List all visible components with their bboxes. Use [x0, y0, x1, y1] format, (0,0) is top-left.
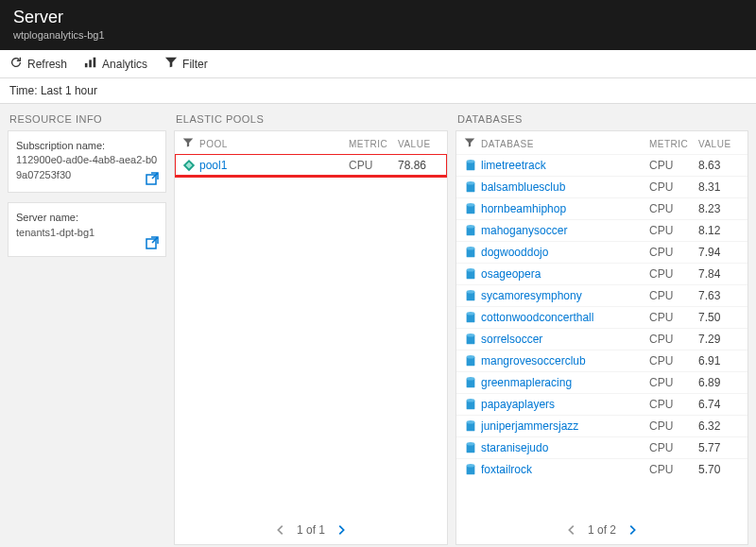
page-title: Server [13, 8, 743, 27]
filter-icon[interactable] [464, 137, 481, 150]
blade-header: Server wtploganalytics-bg1 [0, 0, 756, 50]
page-subtitle: wtploganalytics-bg1 [13, 29, 743, 41]
subscription-label: Subscription name: [16, 139, 158, 153]
database-row[interactable]: mangrovesoccerclubCPU6.91 [456, 350, 747, 371]
chevron-left-icon[interactable] [274, 523, 287, 537]
database-row[interactable]: hornbeamhiphopCPU8.23 [456, 197, 747, 219]
time-range-label: Time: Last 1 hour [9, 84, 97, 97]
main-content: RESOURCE INFO Subscription name: 112900e… [0, 104, 756, 545]
row-name: hornbeamhiphop [481, 202, 649, 215]
row-name: staranisejudo [481, 441, 649, 454]
row-metric: CPU [649, 267, 698, 281]
time-range-bar[interactable]: Time: Last 1 hour [0, 78, 756, 104]
row-metric: CPU [649, 354, 698, 368]
row-metric: CPU [649, 463, 698, 476]
row-value: 6.74 [698, 398, 740, 411]
database-icon [464, 159, 481, 172]
popout-icon[interactable] [145, 235, 160, 250]
database-row[interactable]: papayaplayersCPU6.74 [456, 393, 747, 415]
svg-point-12 [467, 203, 475, 207]
database-row[interactable]: dogwooddojoCPU7.94 [456, 241, 747, 263]
row-metric: CPU [649, 333, 698, 346]
database-icon [464, 311, 481, 324]
database-row[interactable]: foxtailrockCPU5.70 [456, 458, 747, 480]
database-icon [464, 419, 481, 433]
resource-info-title: RESOURCE INFO [9, 113, 166, 125]
popout-icon[interactable] [145, 171, 160, 186]
database-row[interactable]: balsambluesclubCPU8.31 [456, 176, 747, 197]
svg-point-20 [467, 290, 475, 294]
row-name: sorrelsoccer [481, 333, 649, 346]
databases-header-value[interactable]: VALUE [698, 139, 740, 149]
svg-point-16 [467, 247, 475, 250]
pool-row[interactable]: pool1CPU78.86 [175, 154, 447, 176]
analytics-label: Analytics [102, 58, 147, 71]
refresh-button[interactable]: Refresh [9, 56, 67, 72]
database-row[interactable]: cottonwoodconcerthallCPU7.50 [456, 306, 747, 328]
row-value: 5.70 [698, 463, 740, 476]
row-value: 7.50 [698, 311, 740, 324]
resource-info-column: RESOURCE INFO Subscription name: 112900e… [8, 111, 166, 545]
row-value: 7.94 [698, 246, 740, 259]
row-metric: CPU [649, 376, 698, 389]
row-metric: CPU [649, 246, 698, 259]
database-row[interactable]: limetreetrackCPU8.63 [456, 154, 747, 176]
subscription-card: Subscription name: 112900e0-ad0e-4ab8-ae… [8, 130, 166, 193]
svg-point-36 [467, 464, 475, 468]
pools-header-value[interactable]: VALUE [398, 139, 439, 149]
database-icon [464, 289, 481, 302]
row-value: 6.91 [698, 354, 740, 368]
toolbar: Refresh Analytics Filter [0, 50, 756, 78]
row-value: 8.12 [698, 224, 740, 237]
svg-point-28 [467, 377, 475, 381]
analytics-button[interactable]: Analytics [84, 56, 147, 72]
row-name: mangrovesoccerclub [481, 354, 649, 368]
database-icon [464, 224, 481, 237]
svg-point-22 [467, 312, 475, 316]
pools-header-name[interactable]: POOL [199, 139, 349, 149]
database-row[interactable]: mahoganysoccerCPU8.12 [456, 219, 747, 241]
database-icon [464, 246, 481, 259]
database-row[interactable]: osageoperaCPU7.84 [456, 263, 747, 284]
database-icon [464, 398, 481, 411]
databases-header-name[interactable]: DATABASE [481, 139, 649, 149]
database-row[interactable]: staranisejudoCPU5.77 [456, 436, 747, 458]
row-name: foxtailrock [481, 463, 649, 476]
chevron-left-icon[interactable] [565, 523, 578, 537]
chevron-right-icon[interactable] [626, 523, 639, 537]
svg-point-10 [467, 181, 475, 185]
svg-point-24 [467, 333, 475, 337]
pools-rows: pool1CPU78.86 [175, 154, 447, 518]
pools-header-row: POOL METRIC VALUE [175, 131, 447, 154]
row-name: dogwooddojo [481, 246, 649, 259]
row-value: 6.32 [698, 419, 740, 433]
elastic-pools-column: ELASTIC POOLS POOL METRIC VALUE pool1CPU… [174, 111, 448, 545]
database-row[interactable]: juniperjammersjazzCPU6.32 [456, 415, 747, 436]
row-name: papayaplayers [481, 398, 649, 411]
row-name: osageopera [481, 267, 649, 281]
pools-header-metric[interactable]: METRIC [349, 139, 398, 149]
database-row[interactable]: greenmapleracingCPU6.89 [456, 371, 747, 393]
row-metric: CPU [649, 419, 698, 433]
refresh-icon [9, 56, 23, 72]
database-row[interactable]: sorrelsoccerCPU7.29 [456, 328, 747, 350]
row-value: 8.31 [698, 180, 740, 194]
row-metric: CPU [649, 311, 698, 324]
row-metric: CPU [349, 159, 398, 172]
elastic-pools-title: ELASTIC POOLS [176, 113, 448, 125]
databases-header-metric[interactable]: METRIC [649, 139, 698, 149]
svg-point-32 [467, 420, 475, 424]
chevron-right-icon[interactable] [335, 523, 348, 537]
database-row[interactable]: sycamoresymphonyCPU7.63 [456, 284, 747, 306]
row-value: 7.84 [698, 267, 740, 281]
row-metric: CPU [649, 224, 698, 237]
server-value: tenants1-dpt-bg1 [16, 226, 158, 240]
svg-rect-0 [85, 63, 88, 67]
subscription-value: 112900e0-ad0e-4ab8-aea2-b09a07253f30 [16, 153, 158, 182]
databases-pager-text: 1 of 2 [588, 523, 616, 537]
filter-button[interactable]: Filter [164, 56, 208, 72]
svg-point-30 [467, 399, 475, 402]
database-icon [464, 354, 481, 368]
filter-icon[interactable] [182, 137, 199, 150]
filter-label: Filter [182, 58, 208, 71]
